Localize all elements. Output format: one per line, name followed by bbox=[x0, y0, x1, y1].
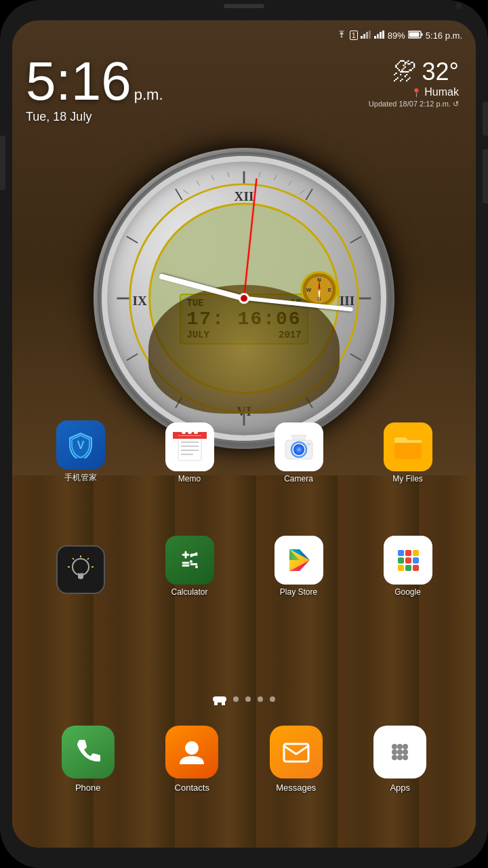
signal-bars bbox=[361, 31, 371, 41]
apps-icon bbox=[373, 726, 426, 778]
app-bulb[interactable] bbox=[56, 545, 105, 597]
svg-line-33 bbox=[197, 181, 200, 186]
apps-label: Apps bbox=[390, 783, 410, 793]
dock-phone[interactable]: Phone bbox=[62, 726, 115, 793]
svg-rect-1 bbox=[363, 34, 365, 39]
svg-text:V: V bbox=[77, 439, 84, 451]
svg-line-31 bbox=[228, 172, 229, 177]
weather-updated: Updated 18/07 2:12 p.m. ↺ bbox=[369, 100, 459, 108]
svg-rect-79 bbox=[398, 550, 404, 556]
svg-line-34 bbox=[184, 190, 189, 194]
svg-line-12 bbox=[306, 189, 312, 199]
svg-rect-83 bbox=[405, 557, 411, 564]
svg-rect-58 bbox=[307, 443, 310, 446]
messages-label: Messages bbox=[276, 783, 316, 793]
app-manager[interactable]: V 手机管家 bbox=[56, 420, 105, 484]
svg-point-88 bbox=[185, 741, 199, 755]
svg-line-32 bbox=[211, 175, 214, 180]
page-indicator-2[interactable] bbox=[233, 696, 239, 702]
main-date: Tue, 18 July bbox=[26, 110, 462, 124]
messages-icon bbox=[270, 726, 323, 778]
svg-point-90 bbox=[392, 744, 397, 749]
weather-icon: ⛈ bbox=[392, 58, 417, 86]
screen: 1 89% bbox=[12, 20, 476, 848]
svg-point-93 bbox=[392, 749, 397, 755]
svg-point-50 bbox=[194, 430, 198, 434]
dock-apps[interactable]: Apps bbox=[373, 726, 426, 793]
memo-icon bbox=[165, 422, 214, 471]
playstore-icon bbox=[274, 536, 323, 585]
svg-line-62 bbox=[87, 558, 89, 559]
bulb-icon bbox=[56, 545, 105, 594]
app-row-2: Calculator bbox=[12, 536, 476, 597]
contacts-label: Contacts bbox=[175, 783, 209, 793]
signal-bars-2 bbox=[374, 31, 385, 41]
svg-text:W: W bbox=[306, 287, 312, 293]
status-bar: 1 89% bbox=[26, 26, 462, 45]
google-icon bbox=[384, 536, 432, 585]
app-memo[interactable]: Memo bbox=[165, 422, 214, 484]
svg-rect-81 bbox=[413, 550, 419, 556]
page-indicator-4[interactable] bbox=[258, 696, 263, 702]
svg-rect-4 bbox=[374, 36, 376, 39]
playstore-label: Play Store bbox=[280, 587, 317, 597]
app-row-1: V 手机管家 bbox=[12, 420, 476, 484]
calculator-icon bbox=[165, 536, 214, 585]
svg-rect-3 bbox=[369, 31, 371, 39]
svg-rect-86 bbox=[405, 565, 411, 571]
manager-icon: V bbox=[56, 420, 105, 469]
svg-point-92 bbox=[403, 744, 408, 749]
svg-rect-84 bbox=[413, 557, 419, 564]
dock-contacts[interactable]: Contacts bbox=[165, 726, 218, 793]
front-camera bbox=[455, 3, 462, 9]
camera-icon bbox=[274, 422, 323, 471]
dock: Phone Contacts bbox=[22, 719, 466, 827]
svg-line-22 bbox=[176, 189, 182, 199]
app-playstore[interactable]: Play Store bbox=[274, 536, 323, 597]
camera-label: Camera bbox=[284, 474, 313, 484]
clock-face: XII III VI IX bbox=[102, 156, 386, 441]
svg-line-13 bbox=[350, 237, 361, 243]
app-google[interactable]: Google bbox=[384, 536, 432, 597]
svg-rect-2 bbox=[366, 32, 368, 39]
dock-messages[interactable]: Messages bbox=[270, 726, 323, 793]
files-label: My Files bbox=[392, 474, 423, 484]
phone-label: Phone bbox=[75, 783, 101, 793]
svg-text:E: E bbox=[328, 287, 332, 293]
svg-rect-87 bbox=[413, 565, 419, 571]
svg-point-74 bbox=[195, 566, 198, 568]
wifi-icon bbox=[336, 31, 347, 41]
volume-button[interactable] bbox=[0, 136, 5, 190]
page-indicator-5[interactable] bbox=[270, 696, 275, 702]
analog-clock: XII III VI IX bbox=[102, 156, 386, 441]
svg-rect-80 bbox=[405, 550, 411, 556]
google-label: Google bbox=[394, 587, 421, 597]
svg-point-95 bbox=[403, 749, 408, 755]
svg-line-19 bbox=[127, 354, 138, 361]
svg-rect-85 bbox=[398, 565, 404, 571]
page-indicator-3[interactable] bbox=[245, 696, 251, 702]
app-files[interactable]: My Files bbox=[384, 422, 432, 484]
contacts-icon bbox=[165, 726, 218, 778]
home-page-indicator[interactable] bbox=[213, 696, 226, 702]
memo-label: Memo bbox=[178, 474, 201, 484]
weather-widget[interactable]: ⛈ 32° 📍 Humak Updated 18/07 2:12 p.m. ↺ bbox=[369, 58, 459, 108]
svg-rect-9 bbox=[421, 33, 422, 36]
phone-notch bbox=[197, 0, 291, 17]
power-button[interactable] bbox=[483, 102, 488, 136]
svg-point-94 bbox=[397, 749, 403, 755]
svg-point-48 bbox=[182, 430, 186, 434]
app-calculator[interactable]: Calculator bbox=[165, 536, 214, 597]
bixby-button[interactable] bbox=[483, 149, 488, 203]
svg-point-96 bbox=[392, 755, 397, 760]
svg-line-27 bbox=[259, 172, 260, 177]
page-indicators bbox=[12, 696, 476, 702]
phone-frame: 1 89% bbox=[0, 0, 488, 868]
svg-line-29 bbox=[288, 181, 291, 186]
app-camera[interactable]: Camera bbox=[274, 422, 323, 484]
time-period: p.m. bbox=[134, 86, 163, 104]
svg-rect-47 bbox=[178, 435, 201, 436]
svg-point-73 bbox=[190, 560, 192, 563]
files-icon bbox=[384, 422, 432, 471]
svg-line-30 bbox=[300, 190, 305, 194]
